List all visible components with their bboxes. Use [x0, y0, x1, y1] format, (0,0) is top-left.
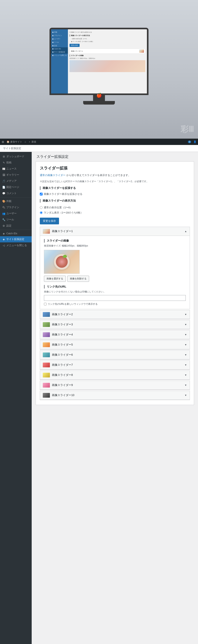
slider-accordion-header-3[interactable]: 画像スライダー3 ▼	[40, 320, 190, 329]
slider-thumb-9	[43, 383, 50, 388]
mini-sidebar-tools[interactable]: ツール	[51, 40, 68, 44]
sidebar-item-settings[interactable]: ⚙ 設定	[0, 223, 32, 229]
sidebar-item-site-ext[interactable]: ◈ サイト拡張設定	[0, 236, 32, 242]
save-button[interactable]: 変更を保存	[40, 218, 59, 224]
dashboard-icon: ⊞	[2, 155, 5, 158]
slider-accordion-header-7[interactable]: 画像スライダー7 ▼	[40, 360, 190, 370]
slider-accordion-header-5[interactable]: 画像スライダー5 ▼	[40, 340, 190, 349]
admin-layout: ⊞ ダッシュボード ✎ 投稿 📰 ニュース 🖼 ギャラリー 🎵 メディア 📄	[0, 152, 198, 644]
topbar-user[interactable]: 👤	[194, 140, 196, 143]
topbar-home-link[interactable]: ⌂	[24, 140, 26, 143]
topbar-site-link[interactable]: 🏠 参加サイト	[6, 140, 22, 144]
admin-topbar: ⊕ 🏠 参加サイト ⌂ ＋ 新規 0 👤	[0, 138, 198, 145]
slider-thumb-8	[43, 373, 50, 378]
mini-sidebar-close[interactable]: メニューを閉じる	[51, 54, 68, 57]
checkbox-expand-row: 画像スライダー表示を拡張させる	[40, 192, 190, 196]
mini-sidebar-plugins[interactable]: プラグイン	[51, 34, 68, 37]
image-delete-button[interactable]: 画像を削除する	[67, 276, 89, 282]
accordion-arrow-1: ▲	[184, 230, 187, 233]
slider-accordion-header-8[interactable]: 画像スライダー8 ▼	[40, 371, 190, 380]
tools-icon: 🔧	[2, 218, 5, 221]
new-window-checkbox[interactable]	[44, 303, 46, 305]
slider-accordion-header-4[interactable]: 画像スライダー4 ▼	[40, 330, 190, 339]
image-buttons: 画像を選択する 画像を削除する	[44, 276, 186, 282]
mini-section-title-display: 画像スライダーの表示方法	[70, 34, 145, 37]
section-display: 画像スライダーの表示方法	[40, 199, 190, 202]
topbar-right: 0 👤	[188, 140, 196, 143]
food-topping	[56, 256, 68, 268]
card-desc-suffix: から切り替えてスライダーを表示することができます。	[66, 174, 131, 177]
wp-logo-icon[interactable]: ⊕	[2, 140, 4, 144]
sidebar-item-plugins[interactable]: 🔌 プラグイン	[0, 204, 32, 210]
topbar-new-link[interactable]: ＋ 新規	[28, 140, 36, 144]
accordion-arrow-7: ▼	[184, 364, 187, 366]
apple-logo: 🍎	[96, 93, 102, 98]
page-sub-title: スライダー拡張設定	[36, 154, 194, 159]
accordion-arrow-10: ▼	[184, 394, 187, 397]
slider-accordion-header-10[interactable]: 画像スライダー10 ▼	[40, 391, 190, 400]
mini-sidebar-settings[interactable]: 設定	[51, 44, 68, 47]
pages-icon: 📄	[2, 186, 5, 189]
slider-label-10: 画像スライダー10	[52, 394, 74, 397]
sidebar-item-gallery[interactable]: 🖼 ギャラリー	[0, 172, 32, 178]
sidebar-item-posts[interactable]: ✎ 投稿	[0, 160, 32, 166]
sidebar-item-comments[interactable]: 💬 コメント	[0, 190, 32, 196]
slider-thumb-1	[43, 229, 50, 234]
breadcrumb-text: サイト拡張設定	[3, 147, 21, 150]
slider-accordion-header-9[interactable]: 画像スライダー9 ▼	[40, 381, 190, 390]
card-desc: 通常の画像スライダー から切り替えてスライダーを表示することができます。	[40, 173, 190, 178]
radio-normal-input[interactable]	[40, 206, 42, 209]
slider-label-8: 画像スライダー8	[52, 373, 73, 377]
checkbox-expand-input[interactable]	[40, 193, 42, 196]
slider-thumb-4	[43, 332, 50, 337]
radio-random-input[interactable]	[40, 211, 42, 214]
mini-slider-box: 画像スライダー1	[70, 48, 145, 54]
mini-sidebar-users[interactable]: ユーザー	[51, 37, 68, 40]
mini-sidebar-site-ext[interactable]: サイト拡張設定	[51, 50, 68, 54]
posts-icon: ✎	[2, 162, 5, 164]
mini-save-btn[interactable]: 変更を保存	[70, 44, 80, 47]
new-window-label: リンク先のURLを新しいウィンドウで表示する	[48, 302, 98, 306]
mini-sidebar-catchids[interactable]: Catch IDs	[51, 47, 68, 50]
sidebar-item-pages[interactable]: 📄 固定ページ	[0, 184, 32, 190]
home-icon: ⌂	[24, 140, 26, 143]
url-section-title: リンク先のURL	[44, 285, 186, 288]
admin-main-content: スライダー拡張設定 スライダー拡張 通常の画像スライダー から切り替えてスライダ…	[32, 152, 198, 644]
slider-thumb-5	[43, 342, 50, 347]
accordion-arrow-5: ▼	[184, 344, 187, 346]
sidebar-item-users[interactable]: 👥 ユーザー	[0, 210, 32, 217]
slider-accordion-5: 画像スライダー5 ▼	[40, 340, 190, 350]
sidebar-item-appearance[interactable]: 🎨 外観	[0, 198, 32, 204]
image-preview-food	[44, 250, 80, 274]
image-preview-box	[44, 250, 80, 274]
sidebar-item-close-menu[interactable]: ◁ メニューを閉じる	[0, 242, 32, 248]
mini-checkbox-row: ☑ 画像スライダー表示を拡張させる	[70, 31, 145, 34]
url-input[interactable]	[44, 295, 186, 301]
site-ext-icon: ◈	[2, 238, 5, 241]
news-icon: 📰	[2, 168, 5, 170]
admin-sidebar: ⊞ ダッシュボード ✎ 投稿 📰 ニュース 🖼 ギャラリー 🎵 メディア 📄	[0, 152, 32, 644]
slider-label-7: 画像スライダー7	[52, 363, 73, 367]
slider-label-5: 画像スライダー5	[52, 343, 73, 346]
sidebar-item-media[interactable]: 🎵 メディア	[0, 178, 32, 184]
sidebar-item-news[interactable]: 📰 ニュース	[0, 166, 32, 172]
slider-accordion-header-2[interactable]: 画像スライダー2 ▼	[40, 310, 190, 319]
slider-accordion-header-1[interactable]: 画像スライダー1 ▲	[40, 227, 190, 236]
topbar-badge: 0	[188, 140, 191, 143]
sidebar-item-dashboard[interactable]: ⊞ ダッシュボード	[0, 154, 32, 160]
radio-random-label: ランダム表示（1〜18のうち6枚）	[44, 211, 83, 214]
mini-radio-random: ◉ ランダム表示（1〜18のうち6枚）	[70, 40, 145, 43]
breadcrumb-bar: サイト拡張設定	[0, 145, 198, 152]
sidebar-item-tools[interactable]: 🔧 ツール	[0, 217, 32, 223]
slider-accordion-8: 画像スライダー8 ▼	[40, 370, 190, 380]
accordion-arrow-4: ▼	[184, 333, 187, 336]
sidebar-item-catchids[interactable]: ◈ Catch IDs	[0, 231, 32, 236]
card-link[interactable]: 通常の画像スライダー	[40, 174, 66, 177]
slider-accordion-header-6[interactable]: 画像スライダー6 ▼	[40, 350, 190, 360]
slider-thumb-3	[43, 322, 50, 327]
image-select-button[interactable]: 画像を選択する	[44, 276, 66, 282]
mini-image-preview	[70, 60, 145, 72]
mini-sidebar-appearance[interactable]: 外観	[51, 30, 68, 34]
appearance-icon: 🎨	[2, 200, 5, 203]
slider-label-9: 画像スライダー9	[52, 384, 73, 387]
